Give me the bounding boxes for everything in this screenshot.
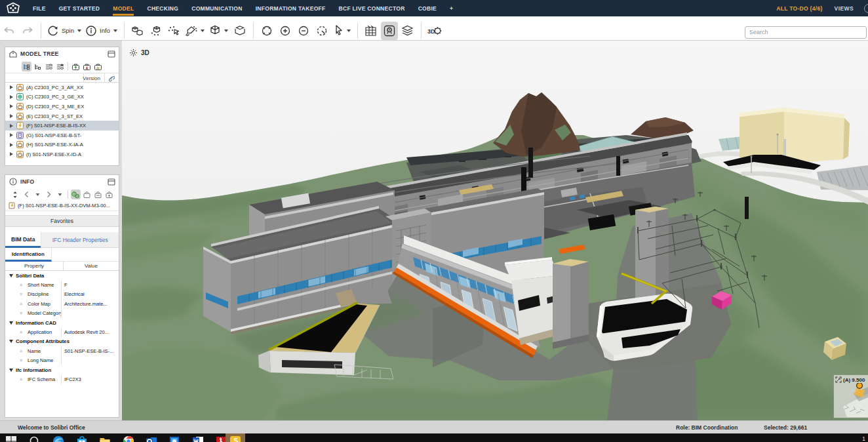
expand-arrow-icon[interactable] bbox=[10, 85, 13, 89]
taskbar-store-icon[interactable] bbox=[76, 435, 88, 442]
spin-button[interactable]: Spin bbox=[46, 22, 83, 40]
info-button[interactable]: Info bbox=[85, 22, 119, 40]
model-tree-row[interactable]: (D) C2303_PC_3_ME_EX bbox=[5, 102, 119, 111]
zoom-in-icon[interactable] bbox=[277, 22, 294, 40]
menu-cobie[interactable]: COBIE bbox=[412, 0, 443, 16]
next-caret-icon[interactable] bbox=[55, 190, 65, 199]
info-caret-icon[interactable] bbox=[113, 30, 117, 32]
expand-arrow-icon[interactable] bbox=[10, 133, 13, 137]
search-input[interactable] bbox=[745, 26, 867, 39]
tree-hierarchy-button[interactable] bbox=[22, 62, 31, 71]
basket-1-button[interactable] bbox=[82, 190, 92, 199]
property-row[interactable]: ≡NameS01-NSP-ESE-B-IS-... bbox=[5, 346, 119, 355]
menu-model[interactable]: MODEL bbox=[106, 0, 140, 16]
property-row[interactable]: ≡DisciplineElectrical bbox=[5, 290, 119, 299]
property-row[interactable]: ≡Color MapArchitecture.mate... bbox=[5, 299, 119, 308]
taskbar-acrobat-icon[interactable] bbox=[215, 435, 227, 442]
drag-handle-icon[interactable]: ≡ bbox=[20, 302, 26, 306]
drag-handle-icon[interactable]: ≡ bbox=[20, 377, 26, 382]
prev-caret-icon[interactable] bbox=[33, 190, 43, 199]
taskbar-chrome-icon[interactable] bbox=[123, 435, 134, 442]
menu-checking[interactable]: CHECKING bbox=[140, 0, 185, 16]
taskbar-edge-icon[interactable] bbox=[52, 435, 64, 442]
basket-2-button[interactable] bbox=[93, 190, 103, 199]
panel-menu-icon[interactable] bbox=[108, 50, 115, 58]
save-model-button[interactable] bbox=[93, 62, 103, 71]
property-group-row[interactable]: Information CAD bbox=[5, 318, 119, 327]
tree-flat-button[interactable] bbox=[33, 62, 43, 71]
drag-handle-icon[interactable]: ≡ bbox=[20, 283, 26, 287]
expand-arrow-icon[interactable] bbox=[10, 104, 13, 108]
taskbar-outlook-icon[interactable] bbox=[146, 435, 157, 442]
menu--[interactable]: + bbox=[443, 0, 460, 16]
collapse-arrow-icon[interactable] bbox=[9, 321, 13, 325]
model-tree-row[interactable]: (C) C2303_PC_3_GE_XX bbox=[5, 92, 119, 102]
basket-3-button[interactable] bbox=[104, 190, 114, 199]
property-row[interactable]: ≡Model Category bbox=[5, 309, 119, 318]
taskbar-word-icon[interactable] bbox=[192, 435, 204, 442]
taskbar-photos-icon[interactable] bbox=[168, 435, 180, 442]
solibri-logo-icon[interactable] bbox=[0, 0, 26, 16]
tree-layers-button[interactable] bbox=[44, 62, 54, 71]
menu-bcf-live-connector[interactable]: BCF LIVE CONNECTOR bbox=[332, 0, 412, 16]
property-row[interactable]: ≡Long Name bbox=[5, 356, 119, 365]
sort-button[interactable] bbox=[10, 190, 20, 199]
expand-arrow-icon[interactable] bbox=[10, 143, 13, 147]
collapse-arrow-icon[interactable] bbox=[9, 274, 13, 277]
property-row[interactable]: ≡Short NameF bbox=[5, 280, 119, 289]
collapse-arrow-icon[interactable] bbox=[9, 369, 13, 372]
walk-mode-button[interactable] bbox=[381, 22, 398, 40]
drag-handle-icon[interactable]: ≡ bbox=[20, 349, 26, 353]
model-tree-row[interactable]: (A) C2303_PC_3_AR_XX bbox=[5, 83, 119, 92]
zoom-fit-icon[interactable] bbox=[258, 22, 275, 40]
show-component-icon[interactable] bbox=[148, 22, 165, 40]
taskbar-file-explorer-icon[interactable] bbox=[99, 435, 111, 442]
layers-icon[interactable] bbox=[399, 22, 416, 40]
expand-arrow-icon[interactable] bbox=[10, 152, 13, 156]
info-selected-item[interactable]: (F) S01-NSP-ESE-B-IS-XX-DVM-M3-00... bbox=[5, 201, 119, 211]
property-group-row[interactable]: Ifc Information bbox=[5, 365, 119, 374]
link-icon[interactable] bbox=[108, 75, 115, 82]
subtab-identification[interactable]: Identification bbox=[5, 248, 52, 262]
next-button[interactable] bbox=[44, 190, 54, 199]
color-components-icon[interactable] bbox=[184, 22, 207, 40]
auto-update-button[interactable] bbox=[71, 190, 81, 199]
tab-bim-data[interactable]: BIM Data bbox=[5, 232, 41, 248]
box-caret-icon[interactable] bbox=[224, 30, 228, 32]
spin-caret-icon[interactable] bbox=[77, 30, 81, 32]
pick-caret-icon[interactable] bbox=[347, 30, 351, 32]
select-similar-icon[interactable] bbox=[166, 22, 183, 40]
drag-handle-icon[interactable]: ≡ bbox=[20, 330, 26, 334]
zoom-out-icon[interactable] bbox=[295, 22, 312, 40]
property-group-row[interactable]: Solibri Data bbox=[5, 271, 119, 280]
expand-arrow-icon[interactable] bbox=[10, 95, 13, 99]
expand-arrow-icon[interactable] bbox=[10, 114, 13, 118]
color-caret-icon[interactable] bbox=[201, 30, 205, 32]
box-selection-icon[interactable] bbox=[208, 22, 230, 40]
menu-all-todo[interactable]: ALL TO-DO (4/6) bbox=[774, 5, 825, 12]
minimap-expand-icon[interactable] bbox=[835, 376, 842, 383]
taskbar-windows-start-icon[interactable] bbox=[5, 435, 17, 442]
favorites-bar[interactable]: Favorites bbox=[5, 215, 119, 227]
panel-menu-icon[interactable] bbox=[108, 178, 115, 186]
3d-viewport[interactable]: 3D (A) 9.500 bbox=[122, 41, 868, 420]
model-tree-row[interactable]: (F) S01-NSP-ESE-B-IS-XX bbox=[5, 121, 119, 131]
property-row[interactable]: ≡IFC SchemaIFC2X3 bbox=[5, 374, 119, 384]
section-box-icon[interactable] bbox=[231, 22, 248, 40]
tree-grouping-button[interactable] bbox=[55, 62, 65, 71]
model-tree-row[interactable]: (G) S01-NSP-ESE-B-ST- bbox=[5, 131, 119, 140]
pick-icon[interactable] bbox=[332, 22, 353, 40]
menu-information-takeoff[interactable]: INFORMATION TAKEOFF bbox=[249, 0, 332, 16]
add-model-button[interactable] bbox=[71, 62, 81, 71]
undo-button[interactable] bbox=[1, 22, 18, 40]
model-tree-row[interactable]: (E) C2303_PC_3_ST_EX bbox=[5, 111, 119, 121]
menu-get-started[interactable]: GET STARTED bbox=[52, 0, 107, 16]
account-icon[interactable] bbox=[864, 4, 868, 13]
menu-communication[interactable]: COMMUNICATION bbox=[185, 0, 248, 16]
drag-handle-icon[interactable]: ≡ bbox=[20, 358, 26, 363]
menu-file[interactable]: FILE bbox=[26, 0, 52, 16]
redo-button[interactable] bbox=[19, 22, 36, 40]
drag-handle-icon[interactable]: ≡ bbox=[20, 292, 26, 296]
3d-settings-icon[interactable]: 3D bbox=[426, 22, 443, 40]
update-model-button[interactable] bbox=[82, 62, 92, 71]
